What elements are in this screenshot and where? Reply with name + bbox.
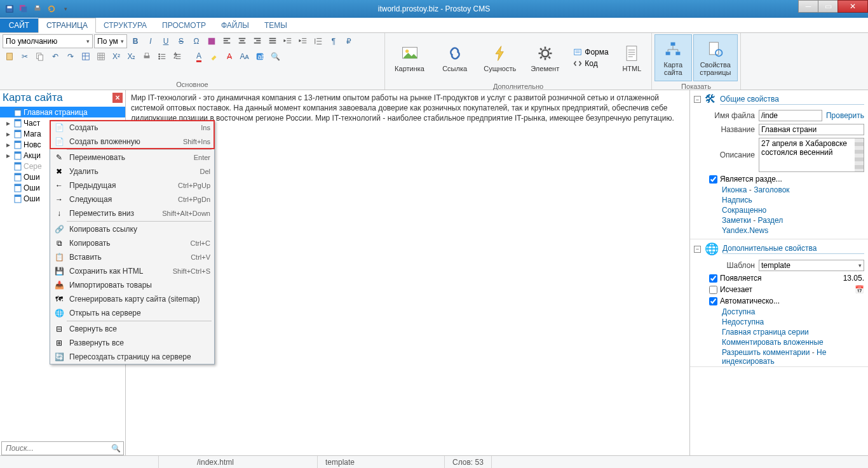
insert-entity-button[interactable]: Сущность <box>478 34 522 81</box>
qat-print-icon[interactable] <box>32 3 43 15</box>
menu-item[interactable]: ⊞Развернуть все <box>50 336 214 350</box>
sitemap-close-button[interactable]: × <box>112 93 123 103</box>
pilcrow-icon[interactable]: ¶ <box>327 34 341 48</box>
menu-item[interactable]: ←ПредыдущаяCtrl+PgUp <box>50 178 214 192</box>
maximize-button[interactable]: ▭ <box>818 0 838 13</box>
save-icon[interactable] <box>205 34 219 48</box>
collapse-icon[interactable]: − <box>694 96 701 103</box>
prop-link-unavailable[interactable]: Недоступна <box>722 318 764 326</box>
prop-link-notes[interactable]: Заметки <box>722 216 751 225</box>
tree-expand-icon[interactable]: ▸ <box>6 119 12 128</box>
prop-auto-checkbox[interactable] <box>709 297 717 305</box>
menu-item[interactable]: 🗺Сгенерировать карту сайта (sitemap) <box>50 292 214 306</box>
superscript-icon[interactable]: X² <box>109 50 123 64</box>
minimize-button[interactable]: ─ <box>798 0 818 13</box>
subscript-icon[interactable]: X₂ <box>125 50 139 64</box>
prop-link-yandex[interactable]: Yandex.News <box>722 226 768 235</box>
menu-item[interactable]: 📄СоздатьIns <box>50 121 214 135</box>
align-left-icon[interactable] <box>220 34 234 48</box>
tab-themes[interactable]: ТЕМЫ <box>257 18 295 32</box>
qat-saveall-icon[interactable] <box>18 3 29 15</box>
menu-item[interactable]: 🔄Пересоздать страницу на сервере <box>50 350 214 364</box>
copy-icon[interactable] <box>33 50 47 64</box>
qat-save-icon[interactable] <box>4 3 15 15</box>
qat-refresh-icon[interactable] <box>46 3 57 15</box>
show-sitemap-button[interactable]: Карта сайта <box>654 34 692 81</box>
close-button[interactable]: ✕ <box>837 0 868 13</box>
tab-file[interactable]: САЙТ <box>0 18 38 32</box>
prop-check-link[interactable]: Проверить <box>826 111 864 120</box>
table-icon[interactable] <box>79 50 93 64</box>
prop-link-allow-comments[interactable]: Разрешить комментарии <box>722 348 810 357</box>
tree-expand-icon[interactable]: ▸ <box>6 140 12 149</box>
menu-item[interactable]: →СледующаяCtrl+PgDn <box>50 192 214 206</box>
prop-title-input[interactable]: Главная страни <box>759 124 864 135</box>
ruble-icon[interactable]: ₽ <box>342 34 356 48</box>
tree-item[interactable]: Главная страница <box>0 107 125 117</box>
prop-filename-input[interactable]: /inde <box>759 110 822 121</box>
prop-link-short[interactable]: Сокращенно <box>722 206 766 215</box>
menu-item[interactable]: ⧉КопироватьCtrl+C <box>50 236 214 250</box>
bold-icon[interactable]: B <box>128 34 142 48</box>
collapse-icon[interactable]: − <box>694 246 701 253</box>
indent-dec-icon[interactable] <box>281 34 295 48</box>
menu-item[interactable]: ✖УдалитьDel <box>50 164 214 178</box>
html-button[interactable]: HTML <box>615 34 649 81</box>
menu-item[interactable]: ⊟Свернуть все <box>50 322 214 336</box>
menu-item[interactable]: 📋ВставитьCtrl+V <box>50 250 214 264</box>
prop-template-dropdown[interactable]: template▾ <box>759 260 864 271</box>
insert-element-button[interactable]: Элемент <box>523 34 567 81</box>
menu-item[interactable]: 🌐Открыть на сервере <box>50 306 214 320</box>
clear-format-icon[interactable]: A̶ <box>222 50 236 64</box>
highlight-icon[interactable] <box>207 50 221 64</box>
prop-link-icon[interactable]: Иконка <box>722 185 747 194</box>
prop-appears-checkbox[interactable] <box>709 274 717 283</box>
find-icon[interactable]: 🔍 <box>268 50 282 64</box>
linespacing-icon[interactable] <box>311 34 325 48</box>
prop-link-header[interactable]: Заголовок <box>754 185 789 194</box>
print-icon[interactable] <box>140 50 154 64</box>
menu-item[interactable]: ✎ПереименоватьEnter <box>50 150 214 164</box>
insert-link-button[interactable]: Ссылка <box>433 34 477 81</box>
strike-icon[interactable]: S <box>174 34 188 48</box>
prop-disappears-checkbox[interactable] <box>709 286 717 294</box>
omega-icon[interactable]: Ω <box>189 34 203 48</box>
undo-icon[interactable]: ↶ <box>48 50 62 64</box>
tab-preview[interactable]: ПРОСМОТР <box>154 18 214 32</box>
align-center-icon[interactable] <box>235 34 249 48</box>
indent-inc-icon[interactable] <box>296 34 310 48</box>
insert-form-button[interactable]: Форма <box>571 47 611 57</box>
show-pageprops-button[interactable]: Свойства страницы <box>693 34 738 81</box>
align-justify-icon[interactable] <box>266 34 280 48</box>
menu-item[interactable]: 💾Сохранить как HTMLShift+Ctrl+S <box>50 264 214 278</box>
prop-link-section[interactable]: Раздел <box>758 216 783 225</box>
tab-page[interactable]: СТРАНИЦА <box>38 18 96 33</box>
menu-item[interactable]: 📥Импортировать товары <box>50 278 214 292</box>
font-color-icon[interactable]: A <box>192 50 206 64</box>
qat-dropdown-icon[interactable]: ▾ <box>60 3 71 15</box>
underline-icon[interactable]: U <box>159 34 173 48</box>
prop-link-comment-nested[interactable]: Комментировать вложенные <box>722 338 824 347</box>
search-button[interactable]: 🔍 <box>108 442 123 455</box>
search-input[interactable] <box>2 442 108 455</box>
style-dropdown[interactable]: По умолчанию▾ <box>3 34 93 48</box>
number-list-icon[interactable]: 12 <box>170 50 184 64</box>
redo-icon[interactable]: ↷ <box>64 50 78 64</box>
bullet-list-icon[interactable] <box>155 50 169 64</box>
tab-files[interactable]: ФАЙЛЫ <box>214 18 257 32</box>
table2-icon[interactable] <box>94 50 108 64</box>
calendar-icon[interactable]: 📅 <box>855 285 864 294</box>
spellcheck-icon[interactable]: ab <box>253 50 267 64</box>
menu-item[interactable]: 📄Создать вложеннуюShift+Ins <box>50 135 214 149</box>
menu-item[interactable]: ↓Переместить внизShift+Alt+Down <box>50 206 214 220</box>
prop-is-section-checkbox[interactable] <box>709 175 717 184</box>
cut-icon[interactable]: ✂ <box>18 50 32 64</box>
prop-desc-input[interactable]: 27 апреля в Хабаровске состоялся весенни… <box>759 138 864 172</box>
paste-icon[interactable] <box>3 50 17 64</box>
font-size-icon[interactable]: Aᴀ <box>238 50 252 64</box>
align-right-icon[interactable] <box>250 34 264 48</box>
italic-icon[interactable]: I <box>144 34 158 48</box>
tree-expand-icon[interactable]: ▸ <box>6 151 12 160</box>
prop-link-mainseries[interactable]: Главная страница серии <box>722 328 809 337</box>
style-dropdown-2[interactable]: По ум▾ <box>94 34 127 48</box>
